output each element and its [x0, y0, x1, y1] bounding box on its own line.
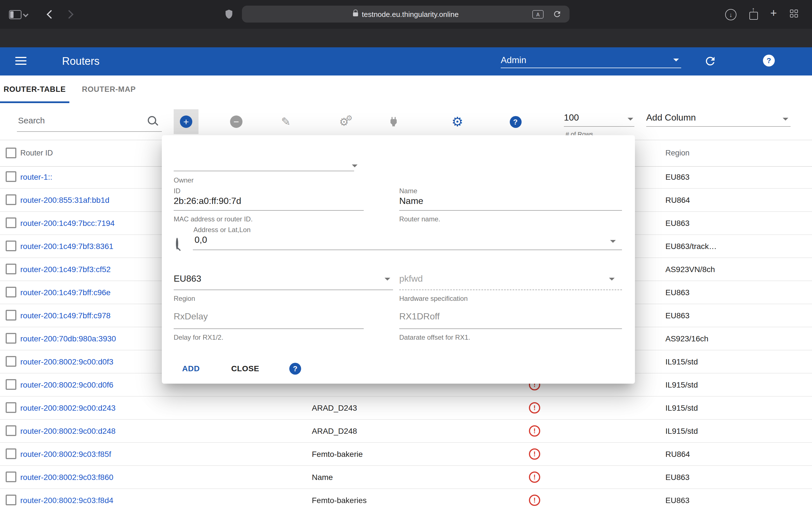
error-icon[interactable]: !: [529, 495, 540, 506]
chevron-down-icon: [627, 118, 633, 121]
reload-icon[interactable]: [553, 10, 562, 18]
chevron-down-icon[interactable]: [610, 240, 616, 243]
hardware-select[interactable]: pkfwd: [399, 274, 423, 284]
row-checkbox[interactable]: [6, 171, 16, 182]
tab-router-table[interactable]: ROUTER-TABLE: [0, 75, 69, 103]
router-region: EU863: [665, 166, 690, 188]
rx1droff-input[interactable]: [399, 312, 622, 322]
router-id-link[interactable]: router-200:8002:9c00:d248: [20, 420, 116, 442]
router-region: IL915/std: [665, 374, 698, 396]
share-icon[interactable]: ↑: [749, 7, 758, 21]
row-checkbox[interactable]: [6, 287, 16, 297]
error-icon[interactable]: !: [529, 471, 540, 483]
router-id-link[interactable]: router-200:1c49:7bf3:8361: [20, 235, 113, 258]
sidebar-menu-chevron-icon[interactable]: [23, 11, 29, 17]
row-checkbox[interactable]: [6, 310, 16, 321]
name-input[interactable]: [399, 196, 622, 206]
rows-per-page-select[interactable]: 100: [564, 109, 635, 127]
router-name: ARAD_D243: [312, 397, 357, 419]
id-input[interactable]: [174, 196, 364, 206]
downloads-icon[interactable]: ↓: [725, 9, 737, 20]
dialog-help-button[interactable]: ?: [289, 363, 301, 375]
add-router-button[interactable]: +: [174, 109, 199, 134]
row-checkbox[interactable]: [6, 264, 16, 274]
menu-icon[interactable]: [15, 57, 27, 67]
refresh-button[interactable]: [704, 55, 717, 68]
router-id-link[interactable]: router-200:1c49:7bff:c96e: [20, 281, 110, 304]
add-button[interactable]: ADD: [182, 364, 200, 373]
app-header: Routers Admin ?: [0, 47, 812, 75]
select-all-checkbox[interactable]: [6, 148, 16, 158]
new-tab-icon[interactable]: +: [770, 7, 777, 20]
translate-icon[interactable]: A: [532, 10, 544, 18]
row-checkbox[interactable]: [6, 448, 16, 459]
row-checkbox[interactable]: [6, 217, 16, 228]
privacy-shield-icon[interactable]: [224, 9, 234, 20]
router-id-link[interactable]: router-200:8002:9c03:f85f: [20, 443, 111, 465]
tab-router-map[interactable]: ROUTER-MAP: [69, 75, 148, 103]
header-help-button[interactable]: ?: [763, 55, 775, 66]
row-checkbox[interactable]: [6, 495, 16, 505]
manage-router-button[interactable]: ⚙⚙: [332, 109, 356, 134]
favorites-bar: ☁ i WMIF:testnode.eu.thingularity.online: [0, 29, 812, 47]
router-id-link[interactable]: router-200:8002:9c00:d243: [20, 397, 116, 419]
router-id-link[interactable]: router-200:8002:9c00:d0f3: [20, 350, 113, 373]
chevron-down-icon[interactable]: [609, 278, 615, 281]
forward-icon[interactable]: [64, 10, 73, 18]
router-id-link[interactable]: router-200:8002:9c03:f8d4: [20, 489, 113, 507]
chevron-down-icon[interactable]: [385, 278, 390, 281]
table-row: router-200:8002:9c03:f8d4 Femto-bakeries…: [0, 489, 812, 507]
error-icon[interactable]: !: [529, 402, 540, 413]
tab-overview-icon[interactable]: [790, 10, 799, 18]
toolbar-help-button[interactable]: ?: [503, 109, 528, 134]
search-input[interactable]: [17, 110, 147, 129]
connect-router-button[interactable]: [381, 109, 406, 134]
column-header-region: Region: [665, 140, 690, 166]
region-select[interactable]: EU863: [174, 274, 201, 284]
router-id-link[interactable]: router-200:8002:9c00:d0f6: [20, 374, 113, 396]
row-checkbox[interactable]: [6, 425, 16, 436]
router-region: IL915/std: [665, 350, 698, 373]
settings-button[interactable]: ⚙: [445, 109, 470, 134]
tab-bar: ROUTER-TABLE ROUTER-MAP: [0, 75, 812, 104]
address-search-icon[interactable]: [176, 238, 178, 249]
rxdelay-input[interactable]: [174, 312, 364, 322]
role-select[interactable]: Admin: [501, 47, 681, 75]
router-region: EU863: [665, 281, 690, 304]
router-id-link[interactable]: router-200:855:31af:bb1d: [20, 189, 109, 211]
sidebar-toggle-icon[interactable]: [9, 10, 21, 19]
address-input[interactable]: [195, 235, 589, 245]
row-checkbox[interactable]: [6, 379, 16, 390]
row-checkbox[interactable]: [6, 333, 16, 344]
router-region: EU863/track…: [665, 235, 717, 258]
screen: testnode.eu.thingularity.online A ↓ ↑ + …: [0, 0, 812, 507]
router-id-link[interactable]: router-200:70db:980a:3930: [20, 327, 116, 350]
router-id-link[interactable]: router-200:1c49:7bcc:7194: [20, 212, 115, 234]
remove-router-button[interactable]: −: [224, 109, 249, 134]
error-icon[interactable]: !: [529, 448, 540, 460]
row-checkbox[interactable]: [6, 402, 16, 413]
url-bar[interactable]: testnode.eu.thingularity.online A: [242, 6, 569, 22]
router-id-link[interactable]: router-200:8002:9c03:f860: [20, 466, 113, 489]
table-row: router-200:8002:9c00:d248 ARAD_D248 ! IL…: [0, 420, 812, 443]
owner-select[interactable]: [174, 158, 354, 171]
row-checkbox[interactable]: [6, 471, 16, 482]
router-id-link[interactable]: router-200:1c49:7bff:c978: [20, 304, 110, 327]
router-region: AS923/16ch: [665, 327, 709, 350]
row-checkbox[interactable]: [6, 194, 16, 205]
router-region: RU864: [665, 189, 690, 211]
row-checkbox[interactable]: [6, 356, 16, 367]
close-button[interactable]: CLOSE: [231, 364, 259, 373]
error-icon[interactable]: !: [529, 425, 540, 437]
chevron-down-icon: [352, 165, 357, 167]
id-helper: MAC address or router ID.: [174, 215, 253, 223]
back-icon[interactable]: [47, 10, 55, 18]
table-row: router-200:8002:9c00:d243 ARAD_D243 ! IL…: [0, 397, 812, 420]
edit-router-button[interactable]: ✎: [273, 109, 298, 134]
router-id-link[interactable]: router-200:1c49:7bf3:cf52: [20, 258, 111, 281]
router-id-link[interactable]: router-1::: [20, 166, 52, 188]
router-region: IL915/std: [665, 397, 698, 419]
row-checkbox[interactable]: [6, 240, 16, 251]
router-region: RU864: [665, 443, 690, 465]
add-column-select[interactable]: Add Column: [646, 109, 791, 127]
